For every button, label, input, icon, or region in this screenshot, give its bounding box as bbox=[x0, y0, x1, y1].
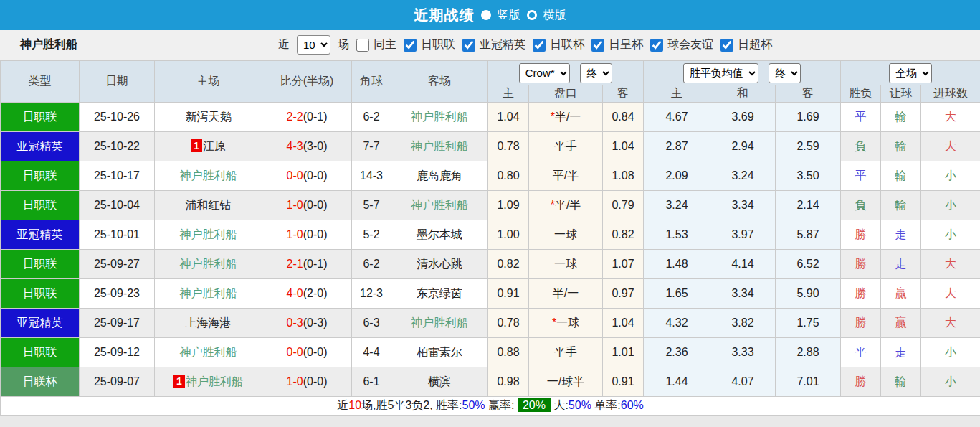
league-checkbox-friendly[interactable] bbox=[650, 39, 663, 52]
handicap-result-cell: 贏 bbox=[881, 309, 921, 338]
match-type: 日联杯 bbox=[1, 367, 80, 397]
match-type: 日职联 bbox=[1, 338, 80, 367]
result-cell: 勝 bbox=[841, 309, 881, 338]
horizontal-radio-label[interactable]: 横版 bbox=[543, 8, 566, 23]
handicap-line: *半/一 bbox=[529, 103, 603, 132]
handicap-select-group: Crow* 终 bbox=[488, 61, 644, 85]
subcol-result: 胜负 bbox=[841, 85, 881, 103]
match-row: 日职联 25-10-04 浦和红钻 1-0(0-0) 5-7 神户胜利船 1.0… bbox=[1, 191, 980, 220]
avg-home: 1.44 bbox=[644, 367, 710, 397]
odds-away: 0.97 bbox=[603, 279, 644, 309]
avg-select-group: 胜平负均值 终 bbox=[644, 61, 841, 85]
league-checkbox-acl[interactable] bbox=[462, 39, 475, 52]
corner-score: 12-3 bbox=[352, 279, 391, 309]
red-card-badge: 1 bbox=[191, 139, 202, 152]
handicap-result-cell: 贏 bbox=[881, 279, 921, 309]
goals-cell: 大 bbox=[921, 279, 980, 309]
match-score: 1-0(0-0) bbox=[262, 220, 352, 250]
result-cell: 平 bbox=[841, 103, 881, 132]
avg-home: 1.53 bbox=[644, 220, 710, 250]
company-state-select[interactable]: 终 bbox=[580, 63, 612, 83]
match-type: 亚冠精英 bbox=[1, 309, 80, 338]
vertical-radio-selected[interactable] bbox=[481, 10, 491, 20]
league-label-emperorcup: 日皇杯 bbox=[609, 37, 643, 52]
handicap-result-cell: 輸 bbox=[881, 191, 921, 220]
odds-home: 1.00 bbox=[488, 220, 529, 250]
col-header-score: 比分(半场) bbox=[262, 61, 352, 103]
summary-big-rate: 50% bbox=[569, 399, 591, 411]
home-team: 1江原 bbox=[155, 132, 262, 161]
corner-score: 7-7 bbox=[352, 132, 391, 161]
match-type: 亚冠精英 bbox=[1, 132, 80, 161]
match-date: 25-09-07 bbox=[80, 367, 155, 397]
league-checkbox-emperorcup[interactable] bbox=[591, 39, 604, 52]
odds-home: 0.80 bbox=[488, 161, 529, 191]
corner-score: 6-2 bbox=[352, 250, 391, 279]
horizontal-radio[interactable] bbox=[527, 10, 537, 20]
avg-away: 3.50 bbox=[776, 161, 841, 191]
handicap-line: 一/球半 bbox=[529, 367, 603, 397]
handicap-result-cell: 輸 bbox=[881, 103, 921, 132]
near-label: 近 bbox=[278, 37, 290, 52]
scope-select-group: 全场 bbox=[841, 61, 980, 85]
scope-select[interactable]: 全场 bbox=[889, 63, 932, 83]
avg-state-select[interactable]: 终 bbox=[769, 63, 801, 83]
match-date: 25-09-23 bbox=[80, 279, 155, 309]
filter-controls: 近 10 场 同主 日职联 亚冠精英 日联杯 日皇杯 球会友谊 日超杯 bbox=[278, 35, 772, 55]
avg-home: 2.87 bbox=[644, 132, 710, 161]
vertical-radio-label[interactable]: 竖版 bbox=[498, 8, 520, 23]
league-label-acl: 亚冠精英 bbox=[480, 37, 525, 52]
odds-away: 1.08 bbox=[603, 161, 644, 191]
odds-away: 0.82 bbox=[603, 220, 644, 250]
col-header-home: 主场 bbox=[155, 61, 262, 103]
match-date: 25-09-27 bbox=[80, 250, 155, 279]
corner-score: 14-3 bbox=[352, 161, 391, 191]
goals-cell: 小 bbox=[921, 220, 980, 250]
handicap-line: 平手 bbox=[529, 338, 603, 367]
handicap-result-cell: 走 bbox=[881, 220, 921, 250]
handicap-line: 平手 bbox=[529, 132, 603, 161]
col-header-corner: 角球 bbox=[352, 61, 391, 103]
handicap-result-cell: 走 bbox=[881, 250, 921, 279]
handicap-result-cell: 輸 bbox=[881, 367, 921, 397]
match-row: 日职联 25-10-17 神户胜利船 0-0(0-0) 14-3 鹿岛鹿角 0.… bbox=[1, 161, 980, 191]
corner-score: 6-2 bbox=[352, 103, 391, 132]
away-team: 神户胜利船 bbox=[391, 132, 488, 161]
league-label-jleaguecup: 日联杯 bbox=[550, 37, 584, 52]
home-team: 1神户胜利船 bbox=[155, 367, 262, 397]
league-checkbox-supercup[interactable] bbox=[720, 39, 733, 52]
match-score: 2-1(0-1) bbox=[262, 250, 352, 279]
away-team: 神户胜利船 bbox=[391, 103, 488, 132]
home-team: 神户胜利船 bbox=[155, 250, 262, 279]
home-team: 神户胜利船 bbox=[155, 161, 262, 191]
corner-score: 5-2 bbox=[352, 220, 391, 250]
subcol-odds-home: 主 bbox=[488, 85, 529, 103]
avg-draw: 4.07 bbox=[710, 367, 776, 397]
page-title: 近期战绩 bbox=[414, 6, 475, 25]
league-checkbox-jleague[interactable] bbox=[404, 39, 417, 52]
match-score: 4-3(3-0) bbox=[262, 132, 352, 161]
avg-away: 2.88 bbox=[776, 338, 841, 367]
league-checkbox-jleaguecup[interactable] bbox=[533, 39, 546, 52]
odds-away: 1.07 bbox=[603, 250, 644, 279]
avg-select[interactable]: 胜平负均值 bbox=[683, 63, 758, 83]
avg-draw: 4.14 bbox=[710, 250, 776, 279]
match-count-select[interactable]: 10 bbox=[297, 35, 330, 55]
summary-win-rate: 50% bbox=[462, 399, 485, 411]
match-type: 日职联 bbox=[1, 191, 80, 220]
goals-cell: 大 bbox=[921, 103, 980, 132]
match-score: 4-0(2-0) bbox=[262, 279, 352, 309]
same-home-checkbox[interactable] bbox=[356, 39, 369, 52]
odds-away: 0.84 bbox=[603, 103, 644, 132]
result-cell: 負 bbox=[841, 132, 881, 161]
result-cell: 平 bbox=[841, 338, 881, 367]
match-type: 日职联 bbox=[1, 103, 80, 132]
away-team: 柏雷素尔 bbox=[391, 338, 488, 367]
away-team: 墨尔本城 bbox=[391, 220, 488, 250]
corner-score: 4-4 bbox=[352, 338, 391, 367]
summary-mid: 场,胜5平3负2, 胜率: bbox=[361, 399, 462, 411]
company-select[interactable]: Crow* bbox=[519, 63, 570, 83]
match-row: 亚冠精英 25-10-01 神户胜利船 1-0(0-0) 5-2 墨尔本城 1.… bbox=[1, 220, 980, 250]
subcol-handicap-result: 让球 bbox=[881, 85, 921, 103]
avg-away: 1.75 bbox=[776, 309, 841, 338]
